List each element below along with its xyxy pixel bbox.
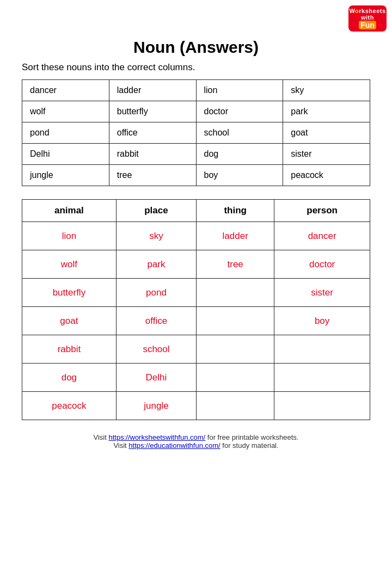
answer-cell: pond [116, 279, 196, 307]
answer-row: peacockjungle [22, 392, 370, 420]
answer-cell: office [116, 307, 196, 335]
page-title: Noun (Answers) [22, 38, 370, 57]
logo: Worksheets with Fun [348, 5, 387, 33]
answer-cell [197, 307, 274, 335]
table-cell: tree [109, 165, 196, 186]
footer-line1-text: Visit [94, 433, 109, 441]
table-row: dancerladderlionsky [22, 80, 370, 101]
answer-cell: sky [116, 222, 196, 250]
table-cell: jungle [22, 165, 109, 186]
table-cell: dog [196, 144, 283, 165]
answer-cell: doctor [274, 250, 370, 279]
table-cell: Delhi [22, 144, 109, 165]
answer-cell: dancer [274, 222, 370, 250]
table-cell: boy [196, 165, 283, 186]
answer-column-header: thing [197, 200, 274, 222]
footer: Visit https://worksheetswithfun.com/ for… [22, 433, 370, 450]
answer-cell: tree [197, 250, 274, 279]
answer-column-header: place [116, 200, 196, 222]
table-cell: butterfly [109, 101, 196, 122]
answer-cell [197, 364, 274, 392]
table-cell: park [283, 101, 370, 122]
answer-row: goatofficeboy [22, 307, 370, 335]
table-cell: goat [283, 122, 370, 144]
table-row: jungletreeboypeacock [22, 165, 370, 186]
answer-cell: peacock [22, 392, 117, 420]
table-cell: sister [283, 144, 370, 165]
footer-line1-suffix: for free printable worksheets. [205, 433, 298, 441]
table-cell: dancer [22, 80, 109, 101]
table-cell: wolf [22, 101, 109, 122]
table-cell: peacock [283, 165, 370, 186]
answer-row: lionskyladderdancer [22, 222, 370, 250]
footer-line2: Visit https://educationwithfun.com/ for … [22, 441, 370, 450]
footer-link1[interactable]: https://worksheetswithfun.com/ [108, 433, 205, 441]
table-cell: doctor [196, 101, 283, 122]
table-cell: office [109, 122, 196, 144]
answer-column-header: animal [22, 200, 117, 222]
answer-cell [274, 364, 370, 392]
answer-column-header: person [274, 200, 370, 222]
footer-line2-suffix: for study material. [220, 441, 279, 450]
answer-cell: wolf [22, 250, 117, 279]
answer-cell [274, 392, 370, 420]
table-cell: pond [22, 122, 109, 144]
footer-line1: Visit https://worksheetswithfun.com/ for… [22, 433, 370, 441]
table-cell: ladder [109, 80, 196, 101]
footer-line2-text: Visit [113, 441, 128, 450]
table-row: Delhirabbitdogsister [22, 144, 370, 165]
logo-text-with: with [361, 14, 374, 21]
answer-cell: rabbit [22, 335, 117, 364]
answer-row: butterflypondsister [22, 279, 370, 307]
answer-cell: Delhi [116, 364, 196, 392]
table-row: wolfbutterflydoctorpark [22, 101, 370, 122]
table-row: pondofficeschoolgoat [22, 122, 370, 144]
table-cell: lion [196, 80, 283, 101]
answer-cell: dog [22, 364, 117, 392]
answer-cell [197, 335, 274, 364]
table-cell: sky [283, 80, 370, 101]
answer-row: rabbitschool [22, 335, 370, 364]
answer-cell: boy [274, 307, 370, 335]
answer-cell: jungle [116, 392, 196, 420]
table-cell: school [196, 122, 283, 144]
word-bank-table: dancerladderlionskywolfbutterflydoctorpa… [22, 79, 370, 186]
answer-table: animalplacethingperson lionskyladderdanc… [22, 199, 370, 420]
footer-link2[interactable]: https://educationwithfun.com/ [128, 441, 220, 450]
logo-text-worksheets: Worksheets [349, 8, 385, 14]
answer-cell [197, 279, 274, 307]
table-cell: rabbit [109, 144, 196, 165]
answer-cell: lion [22, 222, 117, 250]
page: Worksheets with Fun Noun (Answers) Sort … [0, 0, 392, 566]
answer-cell: school [116, 335, 196, 364]
answer-cell: sister [274, 279, 370, 307]
logo-text-fun: Fun [359, 21, 376, 29]
answer-cell: butterfly [22, 279, 117, 307]
answer-cell: goat [22, 307, 117, 335]
answer-row: dogDelhi [22, 364, 370, 392]
answer-cell: park [116, 250, 196, 279]
answer-cell [197, 392, 274, 420]
answer-cell [274, 335, 370, 364]
answer-row: wolfparktreedoctor [22, 250, 370, 279]
answer-cell: ladder [197, 222, 274, 250]
subtitle: Sort these nouns into the correct column… [22, 62, 370, 73]
